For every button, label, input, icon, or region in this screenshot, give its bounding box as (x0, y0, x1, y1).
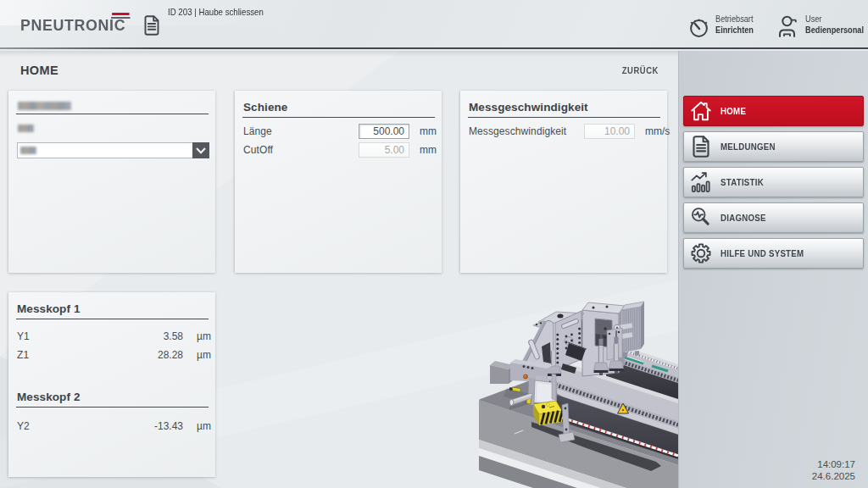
sidebar: HOME MELDUNGEN (678, 51, 868, 488)
main-content: HOME ZURÜCK Schiene Länge (0, 51, 678, 488)
card-title-rule (16, 407, 209, 408)
cutoff-input[interactable]: 5.00 (359, 142, 409, 158)
mode-value: Einrichten (715, 25, 749, 36)
measure-value: 3.58 (164, 330, 183, 342)
bar-chart-icon (690, 171, 712, 193)
messgeschwindigkeit-row: Messgeschwindigkeit 10.00 mm/s (469, 124, 660, 139)
time-value: 14:09:17 (812, 458, 855, 470)
sidebar-item-diagnose[interactable]: DIAGNOSE (683, 202, 864, 233)
document-icon (142, 15, 161, 39)
messgeschwindigkeit-input[interactable]: 10.00 (584, 124, 635, 139)
brand-logo-text: PNEUTRONIC (20, 17, 125, 34)
sidebar-item-label: DIAGNOSE (721, 213, 766, 223)
messkopf-card: Messkopf 1 Y1 3.58 µm Z1 28.28 µm Messko… (8, 292, 215, 477)
brand-logo-mark (111, 13, 130, 19)
messgeschwindigkeit-card: Messgeschwindigkeit Messgeschwindigkeit … (460, 91, 667, 273)
screen: PNEUTRONIC ID 203 | Haube schliessen (0, 0, 868, 488)
sidebar-item-label: HILFE UND SYSTEM (721, 248, 804, 258)
card-title-rule (468, 117, 660, 118)
field-label: Messgeschwindigkeit (469, 125, 584, 137)
card-title-rule (242, 117, 435, 118)
user-value: Bedienpersonal (805, 25, 844, 36)
sidebar-item-statistik[interactable]: STATISTIK (683, 167, 864, 197)
sidebar-item-label: MELDUNGEN (721, 141, 776, 152)
field-label: CutOff (243, 144, 359, 156)
unit-label: µm (197, 349, 209, 361)
card-title: Messgeschwindigkeit (469, 101, 660, 114)
document-icon (690, 136, 712, 158)
laenge-input[interactable]: 500.00 (359, 124, 409, 139)
sidebar-item-label: HOME (721, 106, 746, 116)
sidebar-item-hilfe[interactable]: HILFE UND SYSTEM (683, 238, 864, 269)
machine-3d-illustration (462, 288, 678, 488)
home-icon (690, 100, 712, 122)
brand-logo: PNEUTRONIC (20, 18, 125, 33)
unit-label: µm (197, 330, 209, 342)
measure-value: 28.28 (158, 349, 183, 361)
measure-label: Y2 (17, 420, 154, 432)
brand-logo-red-bar (112, 13, 129, 15)
machine-status-message: ID 203 | Haube schliessen (168, 7, 264, 17)
card-title-rule (16, 319, 209, 319)
card-title: Schiene (243, 101, 435, 114)
brand-logo-overline (111, 17, 130, 19)
recipe-card (8, 91, 215, 273)
sidebar-item-label: STATISTIK (721, 177, 764, 187)
unit-label: µm (197, 420, 209, 432)
y1-row: Y1 3.58 µm (17, 329, 209, 344)
clock: 14:09:17 24.6.2025 (812, 458, 855, 482)
cutoff-row: CutOff 5.00 mm (243, 142, 435, 158)
page-title: HOME (20, 64, 58, 77)
redacted-card-title (18, 102, 71, 110)
schiene-card: Schiene Länge 500.00 mm CutOff 5.00 mm (235, 91, 442, 273)
redacted-select-value (20, 147, 36, 154)
recipe-select[interactable] (17, 142, 209, 158)
field-label: Länge (243, 125, 359, 137)
user-status: User Bedienpersonal (777, 0, 854, 49)
mode-label: Betriebsart (715, 14, 749, 25)
top-bar: PNEUTRONIC ID 203 | Haube schliessen (0, 0, 868, 49)
redacted-field-label (18, 125, 34, 132)
user-icon (777, 14, 799, 42)
card-title: Messkopf 1 (17, 302, 209, 315)
machine-illustration-svg (462, 288, 678, 488)
diagnose-magnifier-icon (690, 207, 712, 229)
unit-label: mm (420, 144, 435, 156)
user-label: User (805, 14, 844, 25)
main-menu: HOME MELDUNGEN (683, 96, 864, 274)
date-value: 24.6.2025 (812, 470, 855, 482)
card-title: Messkopf 2 (17, 391, 209, 403)
gear-icon (690, 242, 712, 264)
laenge-row: Länge 500.00 mm (243, 124, 435, 139)
sidebar-item-meldungen[interactable]: MELDUNGEN (683, 131, 864, 162)
measure-value: -13.43 (154, 420, 183, 432)
back-button[interactable]: ZURÜCK (622, 65, 659, 75)
stopwatch-icon (688, 15, 709, 42)
sidebar-item-home[interactable]: HOME (683, 96, 864, 126)
y2-row: Y2 -13.43 µm (17, 419, 209, 434)
operating-mode-status: Betriebsart Einrichten (688, 0, 758, 49)
chevron-down-icon (195, 147, 207, 155)
unit-label: mm (420, 125, 435, 137)
z1-row: Z1 28.28 µm (17, 347, 209, 363)
card-title-rule (16, 114, 209, 114)
measure-label: Y1 (17, 330, 164, 342)
select-dropdown-button[interactable] (192, 142, 209, 158)
measure-label: Z1 (17, 349, 158, 361)
unit-label: mm/s (645, 125, 660, 137)
